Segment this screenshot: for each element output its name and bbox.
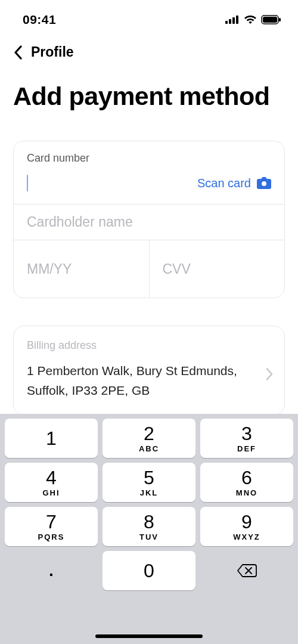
svg-rect-1 (229, 19, 231, 24)
key-period-label: . (49, 561, 54, 580)
scan-card-button[interactable]: Scan card (197, 177, 271, 190)
cardholder-placeholder: Cardholder name (27, 214, 133, 230)
key-2-digit: 2 (144, 424, 154, 443)
key-9-digit: 9 (241, 512, 252, 531)
key-3-letters: DEF (237, 444, 256, 453)
status-time: 09:41 (23, 13, 56, 27)
back-nav[interactable]: Profile (0, 31, 298, 66)
billing-label: Billing address (27, 339, 271, 352)
key-2[interactable]: 2ABC (103, 419, 195, 458)
backspace-icon (237, 564, 257, 578)
key-delete[interactable] (200, 551, 293, 590)
page-title: Add payment method (0, 66, 298, 116)
back-label: Profile (31, 44, 74, 60)
key-6[interactable]: 6MNO (200, 463, 293, 502)
billing-value: 1 Pemberton Walk, Bury St Edmunds, Suffo… (27, 361, 271, 400)
chevron-right-icon (265, 367, 274, 384)
key-3[interactable]: 3DEF (200, 419, 293, 458)
home-indicator[interactable] (95, 634, 203, 638)
key-9[interactable]: 9WXYZ (200, 507, 293, 546)
status-icons (225, 15, 281, 24)
svg-rect-5 (263, 17, 277, 23)
key-8-digit: 8 (144, 512, 154, 531)
battery-icon (261, 15, 281, 24)
key-4-letters: GHI (42, 488, 60, 497)
numeric-keypad: 12ABC3DEF4GHI5JKL6MNO7PQRS8TUV9WXYZ . 0 (0, 414, 298, 644)
wifi-icon (244, 15, 257, 24)
cvv-placeholder: CVV (163, 261, 191, 277)
svg-rect-2 (232, 17, 235, 24)
scan-card-label: Scan card (197, 177, 251, 190)
key-5-digit: 5 (144, 468, 154, 487)
key-1[interactable]: 1 (5, 419, 98, 458)
cardholder-name-field[interactable]: Cardholder name (14, 204, 284, 240)
svg-rect-6 (279, 18, 281, 21)
key-3-digit: 3 (241, 424, 252, 443)
key-0-digit: 0 (144, 561, 154, 580)
key-4[interactable]: 4GHI (5, 463, 98, 502)
key-4-digit: 4 (46, 468, 57, 487)
key-9-letters: WXYZ (233, 532, 260, 541)
camera-icon (257, 177, 271, 189)
key-5-letters: JKL (140, 488, 159, 497)
expiry-field[interactable]: MM/YY (14, 240, 149, 298)
key-5[interactable]: 5JKL (103, 463, 195, 502)
key-period[interactable]: . (5, 551, 98, 590)
key-0[interactable]: 0 (103, 551, 195, 590)
status-bar: 09:41 (0, 0, 298, 31)
cellular-icon (225, 16, 240, 24)
key-8[interactable]: 8TUV (103, 507, 195, 546)
svg-rect-3 (236, 16, 238, 24)
key-8-letters: TUV (139, 532, 159, 541)
cvv-field[interactable]: CVV (149, 240, 285, 298)
card-number-label: Card number (27, 152, 271, 165)
chevron-left-icon (13, 45, 23, 60)
svg-point-7 (262, 181, 266, 186)
billing-address-row[interactable]: Billing address 1 Pemberton Walk, Bury S… (13, 326, 285, 415)
key-2-letters: ABC (139, 444, 159, 453)
key-6-letters: MNO (236, 488, 257, 497)
svg-rect-0 (225, 21, 228, 24)
key-7[interactable]: 7PQRS (5, 507, 98, 546)
key-7-letters: PQRS (38, 532, 65, 541)
key-7-digit: 7 (46, 512, 57, 531)
card-form: Card number Scan card Cardholder name MM… (13, 141, 285, 298)
key-6-digit: 6 (241, 468, 252, 487)
card-number-field[interactable]: Card number Scan card (14, 141, 284, 204)
key-1-digit: 1 (46, 429, 57, 448)
text-cursor (27, 175, 28, 191)
expiry-placeholder: MM/YY (27, 261, 72, 277)
